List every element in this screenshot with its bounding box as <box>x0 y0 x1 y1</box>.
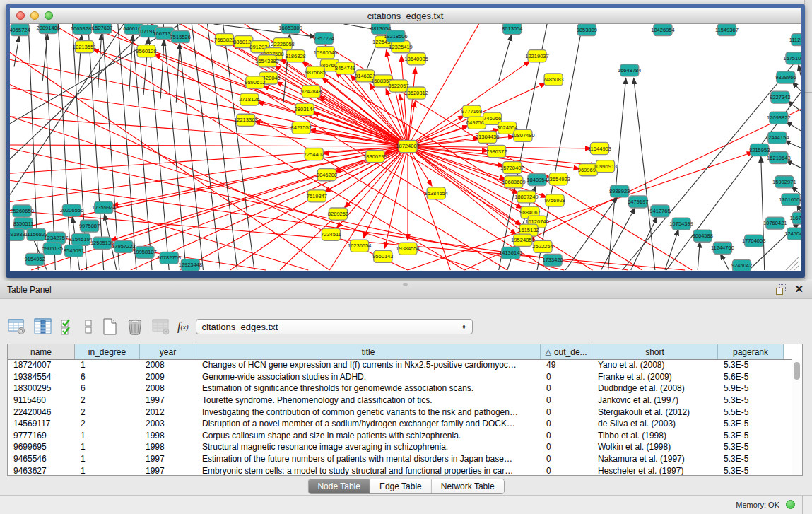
table-cell[interactable]: Corpus callosum shape and size in male p… <box>196 431 541 440</box>
graph-node[interactable]: 9046200 <box>317 169 337 181</box>
graph-node[interactable]: 12505135 <box>90 237 114 249</box>
graph-node[interactable]: 9890612 <box>245 76 265 88</box>
table-cell[interactable]: 2009 <box>140 372 196 382</box>
table-cell[interactable]: 5.3E-5 <box>718 360 784 370</box>
graph-node[interactable]: 10980546 <box>314 47 338 59</box>
graph-node[interactable]: 14136141 <box>499 247 523 259</box>
network-view-window[interactable]: citations_edges.txt 76638228860128891293… <box>6 4 805 278</box>
table-cell[interactable]: 9463627 <box>8 466 75 475</box>
graph-node[interactable]: 16543382 <box>255 55 279 67</box>
table-cell[interactable]: 5.3E-5 <box>718 431 784 440</box>
graph-node[interactable]: 5905135 <box>42 243 63 255</box>
graph-node[interactable]: 16236554 <box>348 240 372 252</box>
table-cell[interactable]: 5.3E-5 <box>718 419 784 428</box>
column-header-in-degree[interactable]: in_degree <box>75 344 140 359</box>
graph-node[interactable]: 18640935 <box>404 53 428 65</box>
graph-node[interactable]: 9391933 <box>10 228 25 240</box>
graph-node[interactable]: 11244760 <box>711 242 734 254</box>
graph-node[interactable]: 4055724 <box>10 24 30 36</box>
table-cell[interactable]: Estimation of significance thresholds fo… <box>196 383 541 393</box>
graph-node[interactable]: 11545194 <box>69 233 93 245</box>
graph-node[interactable]: 19524851 <box>511 234 535 246</box>
graph-node[interactable]: 8064588 <box>693 230 713 242</box>
table-cell[interactable]: Estimation of the future numbers of pati… <box>196 454 541 464</box>
graph-node[interactable]: 7619347 <box>307 190 327 202</box>
graph-node[interactable]: 15992971 <box>772 176 796 188</box>
table-cell[interactable]: Hescheler et al. (1997) <box>592 466 718 475</box>
table-cell[interactable]: 0 <box>541 395 592 405</box>
graph-node[interactable]: 2522254 <box>532 240 553 252</box>
graph-node[interactable]: 10213551 <box>73 41 97 53</box>
graph-node[interactable]: 9756928 <box>544 194 565 206</box>
table-mode-icon[interactable] <box>7 317 27 336</box>
network-graph[interactable]: 7663822886012889129342222605898275088186… <box>10 24 801 271</box>
graph-node[interactable]: 11123054 <box>789 34 801 46</box>
table-cell[interactable]: Dudbridge et al. (2008) <box>592 383 718 393</box>
graph-node[interactable]: 9329966 <box>775 71 796 83</box>
graph-node[interactable]: 16053809 <box>278 24 302 34</box>
table-cell[interactable]: Embryonic stem cells: a model to study s… <box>196 466 541 475</box>
graph-node[interactable]: 12213363 <box>234 114 258 126</box>
float-panel-icon[interactable] <box>775 284 787 296</box>
table-cell[interactable]: 6 <box>75 372 140 382</box>
graph-node[interactable]: 11544903 <box>588 142 611 154</box>
graph-node[interactable]: 18807249 <box>514 191 539 203</box>
table-cell[interactable]: 19384554 <box>8 372 75 382</box>
close-window-button[interactable] <box>16 11 25 20</box>
table-cell[interactable]: 5.3E-5 <box>718 442 784 452</box>
table-cell[interactable]: 1 <box>75 454 140 464</box>
graph-node[interactable]: 8545091 <box>64 245 84 257</box>
graph-node[interactable]: 7663822 <box>214 34 235 46</box>
graph-node[interactable]: 8427552 <box>291 122 312 134</box>
table-cell[interactable]: Tibbo et al. (1998) <box>592 431 718 440</box>
table-cell[interactable]: 2003 <box>140 419 196 428</box>
new-document-icon[interactable] <box>100 317 119 336</box>
column-header-name[interactable]: name <box>8 344 75 359</box>
graph-node[interactable]: 12450442 <box>784 228 801 240</box>
column-header-year[interactable]: year <box>140 344 196 359</box>
table-row[interactable]: 1938455462009Genome-wide association stu… <box>8 371 792 383</box>
graph-node[interactable]: 19958107 <box>133 246 157 258</box>
graph-node[interactable]: 17359924 <box>92 201 116 214</box>
canvas-resize-grip[interactable] <box>786 257 799 270</box>
table-cell[interactable]: 14569117 <box>8 419 75 428</box>
table-scrollbar[interactable] <box>792 359 802 475</box>
graph-node[interactable]: 13620312 <box>404 87 428 99</box>
graph-node[interactable]: 2803144 <box>295 103 315 115</box>
network-window-titlebar[interactable]: citations_edges.txt <box>10 8 801 24</box>
table-cell[interactable]: 9777169 <box>8 431 75 440</box>
table-cell[interactable]: Nakamura et al. (1997) <box>592 454 718 464</box>
tab-node-table[interactable]: Node Table <box>308 479 370 493</box>
graph-node[interactable]: 8454749 <box>335 62 355 74</box>
graph-node[interactable]: 9875685 <box>305 66 326 78</box>
graph-node[interactable]: 18724007 <box>396 140 420 152</box>
table-cell[interactable]: 5.6E-5 <box>718 372 784 382</box>
graph-node[interactable]: 8938923 <box>609 185 630 197</box>
graph-node[interactable]: 9560128 <box>136 45 156 57</box>
graph-node[interactable]: 7357224 <box>314 33 334 45</box>
table-cell[interactable]: 1997 <box>140 454 196 464</box>
table-cell[interactable]: 0 <box>541 383 592 393</box>
tab-network-table[interactable]: Network Table <box>432 479 504 493</box>
graph-node[interactable]: 9560143 <box>372 250 393 262</box>
graph-node[interactable]: 10760421 <box>763 217 787 229</box>
table-cell[interactable]: Changes of HCN gene expression and I(f) … <box>196 360 541 370</box>
table-cell[interactable]: Structural magnetic resonance image aver… <box>196 442 541 452</box>
column-header-pagerank[interactable]: pagerank <box>718 344 784 359</box>
graph-node[interactable]: 16210643 <box>767 152 791 164</box>
graph-node[interactable]: 9154952 <box>25 253 45 265</box>
table-cell[interactable]: Wolkin et al. (1998) <box>592 442 718 452</box>
table-cell[interactable]: 22420046 <box>8 407 75 417</box>
table-cell[interactable]: 1997 <box>140 395 196 405</box>
graph-node[interactable]: 19218506 <box>384 30 408 42</box>
clear-selection-icon[interactable] <box>83 317 94 336</box>
graph-node[interactable]: 11675334 <box>790 212 801 224</box>
column-header-out-de-[interactable]: △out_de... <box>541 344 592 359</box>
graph-node[interactable]: 15384554 <box>424 187 448 199</box>
graph-node[interactable]: 9227343 <box>770 91 790 103</box>
table-cell[interactable]: 0 <box>541 454 592 464</box>
table-cell[interactable]: Investigating the contribution of common… <box>196 407 541 417</box>
graph-node[interactable]: 21364436 <box>476 131 500 143</box>
graph-node[interactable]: 10996913 <box>594 160 618 173</box>
table-cell[interactable]: 5.9E-5 <box>718 383 784 393</box>
